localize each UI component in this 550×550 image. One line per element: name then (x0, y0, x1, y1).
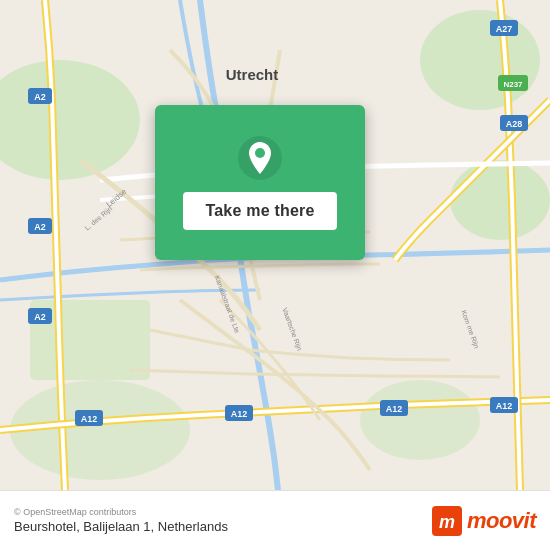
svg-text:A2: A2 (34, 92, 46, 102)
svg-text:m: m (439, 512, 455, 532)
take-me-there-button[interactable]: Take me there (183, 192, 336, 230)
location-pin-icon (238, 136, 282, 180)
svg-text:A12: A12 (496, 401, 513, 411)
osm-credit: © OpenStreetMap contributors (14, 507, 228, 517)
moovit-logo[interactable]: m moovit (432, 506, 536, 536)
moovit-wordmark: moovit (467, 508, 536, 534)
app: A2 A2 A2 A12 A12 A12 A12 A27 A28 N237 (0, 0, 550, 550)
svg-text:A12: A12 (231, 409, 248, 419)
svg-text:Utrecht: Utrecht (226, 66, 279, 83)
svg-text:A12: A12 (386, 404, 403, 414)
location-text: Beurshotel, Balijelaan 1, Netherlands (14, 519, 228, 534)
svg-point-3 (450, 160, 550, 240)
svg-text:A2: A2 (34, 222, 46, 232)
svg-point-2 (420, 10, 540, 110)
card-overlay: Take me there (155, 105, 365, 260)
svg-text:A27: A27 (496, 24, 513, 34)
map-container: A2 A2 A2 A12 A12 A12 A12 A27 A28 N237 (0, 0, 550, 490)
svg-text:A12: A12 (81, 414, 98, 424)
svg-text:A2: A2 (34, 312, 46, 322)
footer: © OpenStreetMap contributors Beurshotel,… (0, 490, 550, 550)
svg-point-6 (360, 380, 480, 460)
footer-left: © OpenStreetMap contributors Beurshotel,… (14, 507, 228, 534)
moovit-logo-icon: m (432, 506, 462, 536)
svg-text:N237: N237 (503, 80, 523, 89)
svg-text:A28: A28 (506, 119, 523, 129)
svg-point-34 (255, 148, 265, 158)
